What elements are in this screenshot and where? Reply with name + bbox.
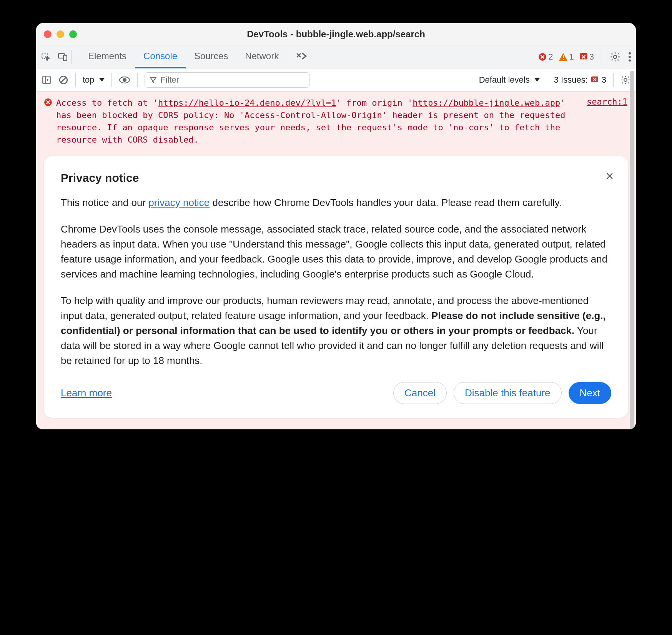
- error-icon: [44, 98, 52, 106]
- console-error-message[interactable]: Access to fetch at 'https://hello-io-24.…: [44, 97, 628, 146]
- svg-point-10: [629, 59, 631, 62]
- disable-feature-button[interactable]: Disable this feature: [454, 382, 562, 404]
- svg-point-7: [614, 55, 617, 58]
- device-toolbar-icon[interactable]: [58, 52, 68, 62]
- close-icon[interactable]: [605, 171, 614, 181]
- console-toolbar: top Default levels 3 Issues: 3: [36, 68, 636, 91]
- filter-icon: [150, 76, 157, 84]
- window-title: DevTools - bubble-jingle.web.app/search: [36, 29, 636, 40]
- svg-rect-2: [63, 55, 67, 60]
- svg-rect-6: [580, 53, 587, 60]
- tabs-overflow-button[interactable]: [287, 45, 316, 68]
- svg-point-18: [624, 78, 627, 81]
- toggle-sidebar-icon[interactable]: [42, 75, 52, 85]
- svg-point-9: [629, 56, 631, 58]
- cancel-button[interactable]: Cancel: [393, 382, 447, 404]
- privacy-notice-card: Privacy notice This notice and our priva…: [44, 156, 628, 418]
- svg-rect-5: [563, 59, 564, 60]
- privacy-notice-link[interactable]: privacy notice: [148, 197, 210, 208]
- error-url-1[interactable]: https://hello-io-24.deno.dev/?lvl=1: [158, 98, 336, 108]
- privacy-para2: Chrome DevTools uses the console message…: [61, 222, 611, 282]
- filter-input[interactable]: [145, 72, 310, 88]
- svg-line-14: [61, 77, 66, 82]
- more-menu-icon[interactable]: [628, 52, 631, 62]
- console-settings-icon[interactable]: [620, 75, 630, 85]
- learn-more-link[interactable]: Learn more: [61, 387, 112, 399]
- tab-sources[interactable]: Sources: [186, 45, 236, 68]
- errors-badge[interactable]: 2: [538, 52, 553, 62]
- log-levels-selector[interactable]: Default levels: [479, 75, 540, 85]
- error-url-2[interactable]: https://bubble-jingle.web.app: [413, 98, 560, 108]
- svg-rect-4: [563, 55, 564, 58]
- next-button[interactable]: Next: [569, 382, 611, 404]
- titlebar: DevTools - bubble-jingle.web.app/search: [36, 23, 636, 45]
- privacy-footer: Learn more Cancel Disable this feature N…: [61, 382, 611, 404]
- settings-icon[interactable]: [610, 52, 620, 62]
- scrollbar-thumb[interactable]: [630, 71, 634, 429]
- privacy-intro: This notice and our privacy notice descr…: [61, 195, 611, 210]
- live-expression-icon[interactable]: [119, 76, 130, 84]
- issues-counter[interactable]: 3 Issues: 3: [554, 75, 606, 85]
- tab-elements[interactable]: Elements: [80, 45, 135, 68]
- status-badges[interactable]: 2 1 3: [538, 52, 594, 62]
- tab-console[interactable]: Console: [135, 45, 186, 68]
- inspect-icon[interactable]: [41, 52, 51, 62]
- filter-text-field[interactable]: [160, 75, 304, 85]
- svg-point-16: [123, 78, 126, 81]
- context-selector[interactable]: top: [83, 75, 105, 85]
- privacy-para3: To help with quality and improve our pro…: [61, 293, 611, 368]
- main-tabstrip: Elements Console Sources Network 2 1 3: [36, 45, 636, 68]
- messages-badge[interactable]: 3: [579, 52, 594, 62]
- tab-network[interactable]: Network: [236, 45, 287, 68]
- svg-point-8: [629, 52, 631, 54]
- console-messages: search:1 Access to fetch at 'https://hel…: [36, 91, 636, 429]
- warnings-badge[interactable]: 1: [559, 52, 574, 62]
- privacy-title: Privacy notice: [61, 171, 611, 185]
- clear-console-icon[interactable]: [58, 75, 68, 85]
- devtools-window: DevTools - bubble-jingle.web.app/search …: [36, 23, 636, 429]
- svg-rect-11: [43, 76, 50, 84]
